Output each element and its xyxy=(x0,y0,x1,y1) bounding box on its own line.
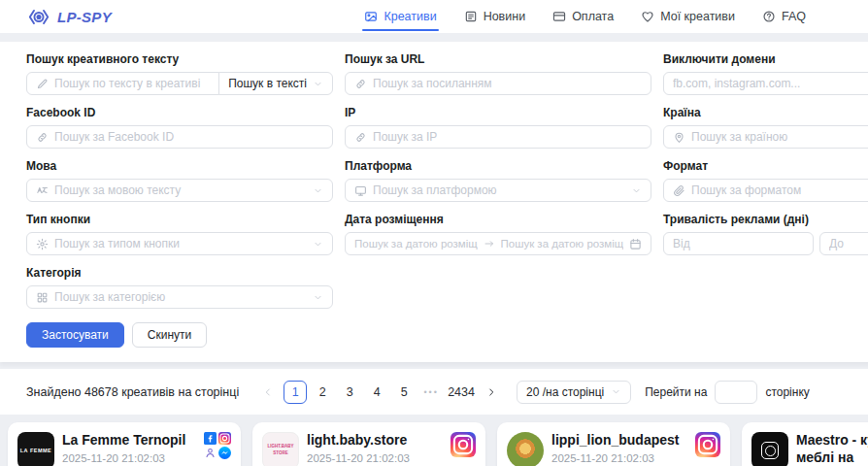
link-icon xyxy=(354,78,367,90)
chevron-down-icon xyxy=(313,79,323,89)
text-search-mode-select[interactable]: Пошук в тексті xyxy=(218,72,333,95)
page-button-5[interactable]: 5 xyxy=(392,381,416,404)
card-title[interactable]: light.baby.store xyxy=(307,432,441,449)
duration-to-input[interactable] xyxy=(819,232,868,255)
avatar: LIGHT.BABY STORE xyxy=(262,432,299,466)
category-select[interactable] xyxy=(26,285,333,309)
field-label: Країна xyxy=(663,106,868,119)
filter-facebook-id-field: Facebook ID xyxy=(26,106,333,149)
page-size-select[interactable]: 20 /на сторінці xyxy=(517,381,631,404)
duration-from-field[interactable] xyxy=(673,237,804,250)
country-field[interactable] xyxy=(691,130,868,144)
nav-item-my-creatives[interactable]: Мої креативи xyxy=(627,0,749,33)
chevron-down-icon xyxy=(631,185,642,196)
ip-field[interactable] xyxy=(373,130,642,144)
card-title[interactable]: lippi_lion_budapest xyxy=(551,432,685,449)
creative-card[interactable]: LA FEMME La Femme Ternopil 2025-11-20 21… xyxy=(8,422,241,466)
exclude-domains-field[interactable] xyxy=(673,77,868,90)
logo-text: LP-SPY xyxy=(57,9,112,25)
person-icon[interactable] xyxy=(204,447,217,459)
language-select[interactable] xyxy=(26,179,333,202)
category-grid-icon xyxy=(36,291,49,304)
facebook-id-input[interactable] xyxy=(26,125,333,149)
filter-country-field: Країна xyxy=(663,106,868,149)
nav-item-faq[interactable]: FAQ xyxy=(749,0,819,33)
chevron-down-icon xyxy=(313,239,323,250)
nav-item-creatives[interactable]: Креативи xyxy=(351,0,450,33)
format-select[interactable] xyxy=(663,179,868,202)
creative-card[interactable]: lippi_lion_budapest 2025-11-20 21:02:03 … xyxy=(497,422,730,466)
exclude-domains-input[interactable] xyxy=(663,72,868,95)
card-date: 2025-11-20 21:02:03 xyxy=(551,452,685,464)
creative-card[interactable]: LIGHT.BABY STORE light.baby.store 2025-1… xyxy=(252,422,485,466)
avatar: LA FEMME xyxy=(17,432,54,466)
platform-select[interactable] xyxy=(345,179,651,202)
ip-input[interactable] xyxy=(345,125,651,149)
pages-ellipsis[interactable]: ••• xyxy=(419,381,443,404)
creative-card[interactable]: Maestro - кухні, меблі на замовлення в У… xyxy=(742,422,868,466)
nav-item-label: Креативи xyxy=(384,10,436,23)
creative-text-field[interactable] xyxy=(54,77,210,90)
page-button-3[interactable]: 3 xyxy=(338,381,361,404)
filter-creative-text-field: Пошук креативного тексту Пошук в тексті xyxy=(26,52,333,95)
faq-icon xyxy=(762,10,776,23)
card-title[interactable]: La Femme Ternopil xyxy=(62,432,196,449)
button-type-select[interactable] xyxy=(26,232,333,255)
page-button-4[interactable]: 4 xyxy=(365,381,388,404)
country-select[interactable] xyxy=(663,125,868,149)
duration-from-input[interactable] xyxy=(663,232,814,255)
messenger-icon[interactable] xyxy=(218,447,231,459)
map-pin-icon xyxy=(673,131,685,144)
url-field[interactable] xyxy=(373,77,642,90)
nav-item-label: Оплата xyxy=(572,10,614,23)
url-input[interactable] xyxy=(345,72,651,95)
prev-page-button[interactable] xyxy=(256,381,280,404)
nav-item-label: Мої креативи xyxy=(660,10,735,23)
card-title[interactable]: Maestro - кухні, меблі на замовлення в У… xyxy=(796,432,868,466)
card-date: 2025-11-20 21:02:03 xyxy=(307,452,441,464)
results-summary: Знайдено 48678 креативів на сторінці xyxy=(26,385,239,399)
filter-button-type-field: Тип кнопки xyxy=(26,213,333,255)
date-to-field[interactable] xyxy=(501,238,624,250)
filter-category-field: Категорія xyxy=(26,266,333,309)
pencil-icon xyxy=(36,78,49,90)
page-button-2434[interactable]: 2434 xyxy=(447,381,476,404)
apply-button[interactable]: Застосувати xyxy=(26,322,124,348)
duration-to-field[interactable] xyxy=(829,237,868,250)
goto-page-input[interactable] xyxy=(715,381,757,404)
chevron-down-icon xyxy=(611,386,621,397)
facebook-id-field[interactable] xyxy=(54,130,323,144)
nav-item-news[interactable]: Новини xyxy=(451,0,540,33)
button-type-field[interactable] xyxy=(54,237,307,250)
language-field[interactable] xyxy=(54,183,307,197)
calendar-icon xyxy=(629,238,642,250)
facebook-icon[interactable] xyxy=(204,432,217,445)
reset-button[interactable]: Скинути xyxy=(132,322,207,348)
image-icon xyxy=(364,10,378,23)
card-icon xyxy=(552,10,566,23)
platform-field[interactable] xyxy=(373,183,625,197)
date-range-picker[interactable] xyxy=(345,232,651,255)
creative-text-input[interactable] xyxy=(26,72,219,95)
instagram-icon[interactable] xyxy=(695,432,720,457)
page-button-2[interactable]: 2 xyxy=(311,381,334,404)
date-from-field[interactable] xyxy=(354,238,478,250)
field-label: Пошук за URL xyxy=(345,52,651,66)
instagram-icon[interactable] xyxy=(451,432,476,457)
instagram-icon[interactable] xyxy=(218,432,231,445)
main-nav: КреативиНовиниОплатаМої креативиFAQ xyxy=(351,0,819,33)
app-header: LP-SPY КреативиНовиниОплатаМої креативиF… xyxy=(0,0,868,33)
logo[interactable]: LP-SPY xyxy=(27,7,112,27)
category-field[interactable] xyxy=(54,290,307,304)
page-button-1[interactable]: 1 xyxy=(284,381,307,404)
next-page-button[interactable] xyxy=(480,381,503,404)
chevron-down-icon xyxy=(313,292,323,303)
nav-item-label: FAQ xyxy=(782,10,806,23)
goto-suffix: сторінку xyxy=(765,385,809,399)
field-label: IP xyxy=(345,106,651,119)
filter-format-field: Формат xyxy=(663,159,868,202)
format-field[interactable] xyxy=(691,183,868,197)
filter-duration-field: Тривалість реклами (дні) xyxy=(663,213,868,255)
nav-item-payment[interactable]: Оплата xyxy=(539,0,627,33)
paperclip-icon xyxy=(673,184,685,197)
